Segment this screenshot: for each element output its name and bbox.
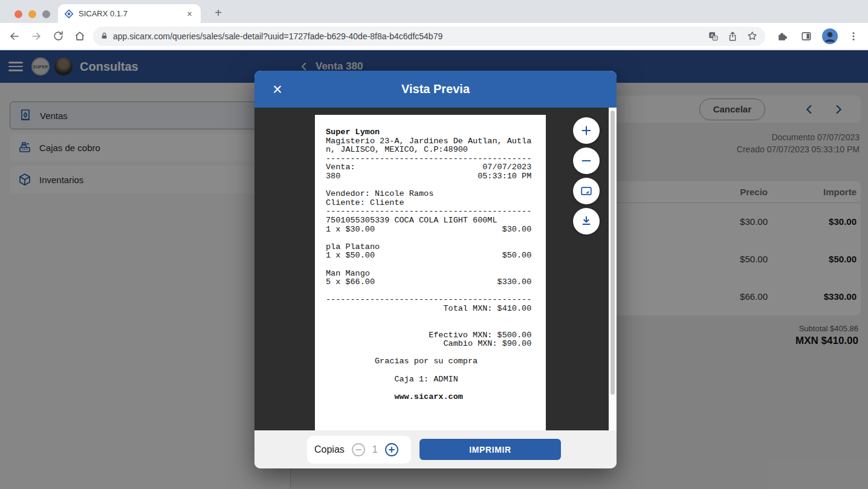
receipt-line: n, JALISCO, MEXICO, C.P:48900: [326, 146, 546, 155]
favicon: [64, 9, 74, 19]
receipt-line: pla Platano: [326, 243, 546, 252]
receipt-line: ----------------------------------------…: [326, 155, 546, 164]
svg-text:文: 文: [713, 36, 717, 40]
receipt-line: [326, 384, 546, 393]
browser-tab[interactable]: SICARX 0.1.7 ×: [58, 4, 201, 23]
padlock-icon[interactable]: [100, 32, 108, 40]
receipt-line: Magisterio 23-A, Jardines De Autlan, Aut…: [326, 137, 546, 146]
receipt-line: Super Lymon: [326, 128, 546, 137]
receipt-line: Caja 1: ADMIN: [326, 375, 546, 384]
extensions-puzzle-icon[interactable]: [774, 28, 791, 45]
receipt-line: ----------------------------------------…: [326, 207, 546, 216]
receipt-line: [326, 313, 546, 322]
receipt-line: Cliente: Cliente: [326, 199, 546, 208]
tab-close-icon[interactable]: ×: [184, 8, 195, 19]
translate-icon[interactable]: A文: [708, 31, 719, 42]
receipt-viewer: Super LymonMagisterio 23-A, Jardines De …: [254, 108, 617, 430]
receipt-line: Man Mango: [326, 270, 546, 279]
browser-toolbar: app.sicarx.com/queries/sales/sale-detail…: [0, 23, 868, 50]
screen: SICARX 0.1.7 × + app.sicarx.com/queries/…: [0, 0, 868, 489]
receipt-line: Gracias por su compra: [326, 357, 546, 366]
tab-title: SICARX 0.1.7: [79, 9, 184, 18]
receipt-line: Total MXN: $410.00: [326, 305, 546, 314]
print-button[interactable]: IMPRIMIR: [419, 439, 561, 460]
window-controls: [15, 10, 50, 18]
decrease-copies-icon[interactable]: [351, 442, 366, 457]
receipt-line: Vendedor: Nicole Ramos: [326, 190, 546, 199]
back-icon[interactable]: [6, 28, 23, 45]
browser-tab-strip: SICARX 0.1.7 × +: [0, 0, 868, 23]
print-preview-modal: × Vista Previa Super LymonMagisterio 23-…: [254, 71, 617, 468]
receipt-line: [326, 366, 546, 375]
zoom-out-button[interactable]: [573, 147, 600, 174]
home-icon[interactable]: [71, 28, 88, 45]
scrollbar-thumb[interactable]: [611, 111, 615, 395]
side-panel-icon[interactable]: [798, 28, 815, 45]
forward-icon[interactable]: [28, 28, 45, 45]
receipt-line: 1 x $30.00 $30.00: [326, 225, 546, 235]
receipt-line: [326, 234, 546, 243]
receipt-line: 5 x $66.00 $330.00: [326, 278, 546, 287]
viewer-scrollbar[interactable]: [609, 108, 617, 430]
address-bar[interactable]: app.sicarx.com/queries/sales/sale-detail…: [93, 27, 765, 46]
url-text: app.sicarx.com/queries/sales/sale-detail…: [113, 31, 703, 41]
new-tab-button[interactable]: +: [210, 5, 226, 21]
viewer-controls: [573, 117, 600, 235]
receipt-line: 7501055305339 COCA COLA LIGHT 600ML: [326, 216, 546, 225]
modal-header: × Vista Previa: [254, 71, 617, 108]
modal-title: Vista Previa: [401, 82, 470, 96]
zoom-in-button[interactable]: [573, 117, 600, 144]
receipt-line: [326, 181, 546, 190]
receipt-line: [326, 349, 546, 358]
copies-stepper: Copias 1: [307, 436, 411, 464]
bookmark-star-icon[interactable]: [747, 30, 758, 42]
receipt-line: [326, 322, 546, 331]
receipt-line: 380 05:33:10 PM: [326, 172, 546, 181]
modal-footer: Copias 1 IMPRIMIR: [254, 430, 617, 468]
receipt-line: 1 x $50.00 $50.00: [326, 251, 546, 261]
browser-menu-icon[interactable]: [845, 28, 862, 45]
share-icon[interactable]: [727, 31, 738, 42]
browser-actions: [774, 28, 862, 45]
copies-value: 1: [372, 444, 378, 455]
copies-label: Copias: [314, 444, 345, 455]
window-zoom-button[interactable]: [42, 10, 50, 18]
omnibox-actions: A文: [708, 30, 758, 42]
window-close-button[interactable]: [15, 10, 22, 18]
receipt-paper: Super LymonMagisterio 23-A, Jardines De …: [315, 115, 546, 430]
receipt-line: Venta: 07/07/2023: [326, 163, 546, 172]
download-button[interactable]: [573, 208, 600, 235]
window-minimize-button[interactable]: [28, 10, 36, 18]
receipt-line: Efectivo MXN: $500.00: [326, 331, 546, 340]
fit-to-screen-button[interactable]: [573, 178, 600, 204]
receipt-line: Cambio MXN: $90.00: [326, 340, 546, 349]
receipt-line: [326, 261, 546, 270]
receipt-line: ----------------------------------------…: [326, 296, 546, 305]
close-icon[interactable]: ×: [269, 80, 286, 99]
receipt-line: www.sicarx.com: [326, 393, 546, 402]
profile-avatar[interactable]: [822, 28, 838, 44]
receipt-line: [326, 287, 546, 296]
increase-copies-icon[interactable]: [384, 442, 399, 457]
reload-icon[interactable]: [50, 28, 66, 45]
